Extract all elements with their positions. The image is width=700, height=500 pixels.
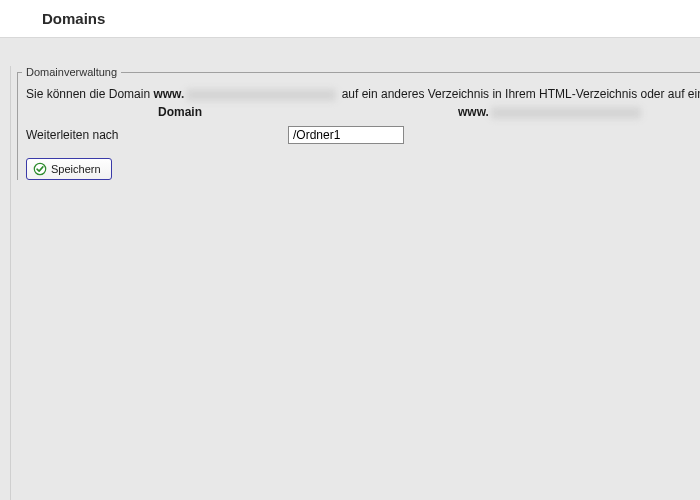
check-circle-icon [33, 162, 47, 176]
button-row: Speichern [18, 144, 700, 180]
desc-suffix: auf ein anderes Verzeichnis in Ihrem HTM… [342, 87, 700, 101]
column-www-label: www. [458, 105, 489, 119]
column-www: www. [308, 104, 643, 120]
content-panel: Domainverwaltung Sie können die Domain w… [10, 66, 700, 500]
page-header: Domains [0, 0, 700, 38]
save-button-label: Speichern [51, 163, 101, 175]
redirect-label: Weiterleiten nach [26, 128, 288, 142]
column-domain-label: Domain [18, 104, 308, 120]
groupbox-legend: Domainverwaltung [22, 66, 121, 78]
desc-www: www. [153, 87, 184, 101]
redirect-row: Weiterleiten nach [18, 120, 700, 144]
redacted-domain [186, 89, 336, 101]
save-button[interactable]: Speichern [26, 158, 112, 180]
redirect-input[interactable] [288, 126, 404, 144]
column-headers: Domain www. [18, 104, 700, 120]
description-text: Sie können die Domain www. auf ein ander… [18, 84, 700, 104]
page-title: Domains [42, 10, 700, 27]
redacted-domain-header [491, 107, 641, 119]
domain-management-group: Domainverwaltung Sie können die Domain w… [17, 66, 700, 180]
desc-prefix: Sie können die Domain [26, 87, 153, 101]
